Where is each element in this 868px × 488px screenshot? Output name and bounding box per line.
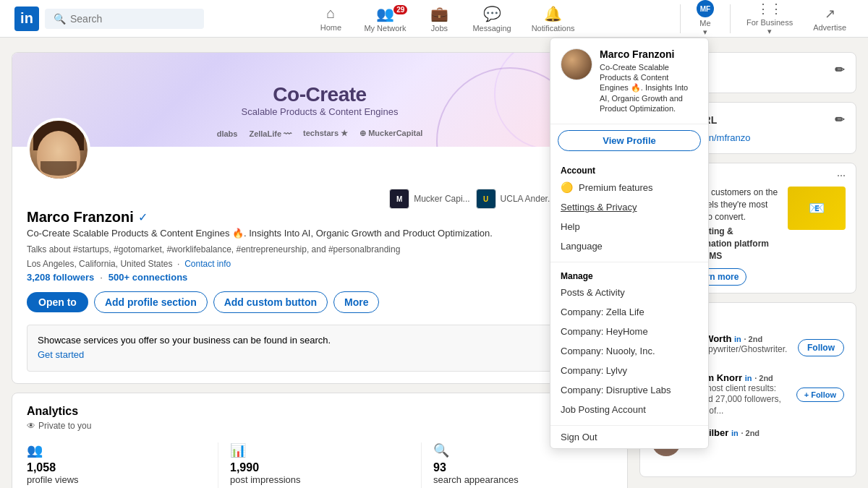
nav-item-jobs[interactable]: 💼 Jobs [417,5,461,33]
navbar: in 🔍 ⌂ Home 👥 29 My Network 💼 Jobs 💬 Mes… [0,0,868,38]
view-profile-button[interactable]: View Profile [558,130,701,151]
ad-options-icon[interactable]: ⋯ [837,171,846,181]
dropdown-heyhome-label: Company: HeyHome [561,326,648,337]
left-panel: Co-Create Scalable Products & Content En… [12,52,628,488]
nav-item-messaging[interactable]: 💬 Messaging [464,5,519,33]
mynetwork-icon: 👥 [376,5,394,22]
dropdown-company-heyhome[interactable]: Company: HeyHome [550,322,708,341]
grid-icon: ⋮⋮ [757,1,783,17]
dropdown-account-title: Account [550,163,708,177]
analytics-grid: 👥 1,058 profile views Discover who's vie… [27,442,613,488]
eye-icon: 👁 [27,421,35,431]
degree-1: · 2nd [754,374,773,382]
dropdown-company-zellalife[interactable]: Company: Zella Life [550,302,708,322]
dropdown-manage-title: Manage [550,268,708,283]
search-bar[interactable]: 🔍 [45,9,204,29]
me-dropdown-menu: Marco Franzoni Co-Create Scalable Produc… [550,38,709,449]
dropdown-company-disruptive[interactable]: Company: Disruptive Labs [550,380,708,400]
dropdown-premium-label: Premium features [579,182,653,193]
dropdown-premium[interactable]: 🟡 Premium features [550,177,708,197]
dropdown-settings-label: Settings & Privacy [561,202,637,213]
sign-out-item[interactable]: Sign Out [550,426,708,448]
me-label: Me [699,19,710,27]
follow-button-0[interactable]: Follow [798,339,844,356]
dropdown-header: Marco Franzoni Co-Create Scalable Produc… [550,38,708,124]
dropdown-help-label: Help [561,221,580,232]
banner-logo-dlabs: dlabs [217,129,238,138]
analytics-views-label: profile views [27,474,206,485]
analytics-post-impressions[interactable]: 📊 1,990 post impressions Check out who's… [218,442,421,488]
dropdown-posts-activity[interactable]: Posts & Activity [550,283,708,302]
analytics-private-label: Private to you [38,421,91,431]
nav-for-business[interactable]: ⋮⋮ For Business ▾ [739,1,800,36]
followers-count[interactable]: 3,208 followers [27,272,94,283]
nav-divider [680,4,681,33]
for-business-label: For Business [746,18,793,27]
dropdown-help[interactable]: Help [550,217,708,236]
nav-me[interactable]: MF Me ▾ [689,0,721,37]
linkedin-logo[interactable]: in [14,7,39,31]
nav-advertise[interactable]: ↗ Advertise [806,6,854,32]
profile-avatar [27,118,90,181]
banner-logo-mucker: ⊕ MuckerCapital [359,129,422,138]
nav-jobs-label: Jobs [431,24,448,33]
dropdown-company-nuooly[interactable]: Company: Nuooly, Inc. [550,341,708,361]
showcase-main-text: Showcase services you offer so your busi… [38,335,331,346]
add-profile-section-button[interactable]: Add profile section [94,291,208,313]
showcase-text: Showcase services you offer so your busi… [38,334,331,361]
dropdown-nuooly-label: Company: Nuooly, Inc. [561,346,655,356]
profile-banner: Co-Create Scalable Products & Content En… [12,53,627,147]
analytics-search-appearances[interactable]: 🔍 93 search appearances See how often yo… [421,442,613,488]
follow-button-1[interactable]: + Follow [796,388,844,402]
li-badge-0: in [734,335,741,343]
profile-location: Los Angeles, California, United States ·… [27,259,613,269]
company-logo-mucker: M [389,189,409,209]
analytics-views-icon: 👥 [27,442,206,458]
more-button[interactable]: More [333,291,379,313]
person-info-2: AJ Silber in · 2nd [688,427,844,438]
nav-item-home[interactable]: ⌂ Home [309,5,352,32]
banner-logo-zellalife: ZellaLife 〰 [249,129,292,138]
li-badge-1: in [745,374,752,382]
profile-tags: Talks about #startups, #gotomarket, #wor… [27,244,613,254]
dropdown-manage-section: Manage Posts & Activity Company: Zella L… [550,262,708,426]
analytics-views-num: 1,058 [27,461,206,474]
profile-actions: Open to Add profile section Add custom b… [27,291,613,313]
profile-url-edit-icon[interactable]: ✏ [835,113,844,127]
showcase-banner: Showcase services you offer so your busi… [27,325,613,371]
search-input[interactable] [70,13,195,25]
contact-info-link[interactable]: Contact info [184,259,231,269]
jobs-icon: 💼 [430,5,448,22]
open-to-button[interactable]: Open to [27,292,88,312]
connections-count[interactable]: 500+ connections [109,272,187,283]
profile-name-row: Marco Franzoni ✓ [27,209,613,226]
language-edit-icon[interactable]: ✏ [835,63,844,77]
dropdown-company-lylvy[interactable]: Company: Lylvy [550,361,708,380]
advertise-icon: ↗ [825,6,835,22]
degree-2: · 2nd [741,429,760,437]
dropdown-avatar [561,48,592,80]
linkedin-logo-text: in [20,10,33,27]
nav-item-mynetwork[interactable]: 👥 29 My Network [355,5,414,33]
dropdown-settings[interactable]: Settings & Privacy [550,197,708,217]
premium-icon: 🟡 [561,181,573,193]
me-avatar: MF [697,0,714,17]
analytics-profile-views[interactable]: 👥 1,058 profile views Discover who's vie… [27,442,218,488]
profile-stats: 3,208 followers · 500+ connections [27,272,613,283]
nav-item-notifications[interactable]: 🔔 Notifications [523,5,584,33]
add-custom-button-button[interactable]: Add custom button [213,291,328,313]
li-badge-2: in [731,429,739,437]
profile-card: Co-Create Scalable Products & Content En… [12,52,628,384]
showcase-get-started[interactable]: Get started [38,348,331,361]
dropdown-job-posting[interactable]: Job Posting Account [550,400,708,419]
analytics-impressions-num: 1,990 [230,461,409,474]
dropdown-job-posting-label: Job Posting Account [561,404,646,415]
profile-body: M Mucker Capi... U UCLA Ander... Managem… [12,147,627,383]
navbar-nav: ⌂ Home 👥 29 My Network 💼 Jobs 💬 Messagin… [216,5,677,33]
notifications-icon: 🔔 [544,5,562,22]
dropdown-language[interactable]: Language [550,236,708,256]
location-text: Los Angeles, California, United States [27,259,172,269]
profile-name: Marco Franzoni [27,209,134,226]
dropdown-posts-label: Posts & Activity [561,287,625,298]
dropdown-zellalife-label: Company: Zella Life [561,307,644,317]
